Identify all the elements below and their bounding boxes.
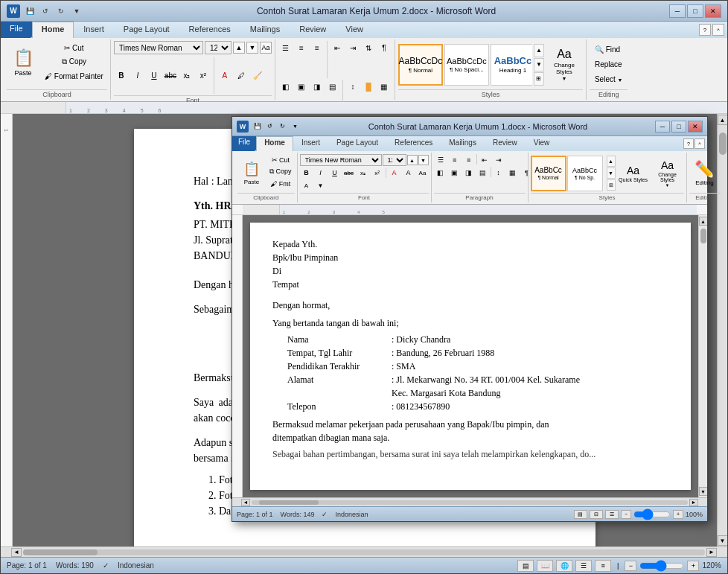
outer-italic-btn[interactable]: I: [130, 68, 145, 82]
inner-indent-dec-btn[interactable]: ⇤: [478, 154, 491, 166]
inner-copy-btn[interactable]: ⧉ Copy: [266, 166, 295, 177]
outer-change-styles-btn[interactable]: Aa Change Styles ▼: [546, 43, 583, 86]
outer-bold-btn[interactable]: B: [114, 68, 129, 82]
inner-h-scroll-left[interactable]: ◄: [241, 499, 250, 506]
inner-highlight-btn[interactable]: A: [402, 167, 415, 179]
inner-outline-btn[interactable]: ☰: [605, 510, 619, 519]
outer-h-scroll-right[interactable]: ►: [706, 548, 717, 557]
inner-h-scroll-right[interactable]: ►: [689, 499, 698, 506]
inner-qa-undo[interactable]: ↺: [264, 121, 275, 132]
inner-qa-redo[interactable]: ↻: [277, 121, 288, 132]
inner-tab-file[interactable]: File: [232, 136, 256, 151]
outer-multilevel-btn[interactable]: ≡: [310, 41, 325, 54]
inner-styles-expand[interactable]: ⊞: [607, 179, 616, 191]
outer-find-btn[interactable]: 🔍 Find: [590, 42, 625, 56]
outer-line-spacing-btn[interactable]: ↕: [345, 80, 360, 93]
inner-align-left-btn[interactable]: ◧: [434, 167, 447, 179]
inner-scroll-up-btn[interactable]: ▲: [699, 217, 708, 226]
outer-close-btn[interactable]: ✕: [705, 4, 721, 18]
inner-format-painter-btn[interactable]: 🖌 Fmt: [266, 178, 295, 189]
inner-bold-btn[interactable]: B: [300, 167, 313, 179]
inner-justify-btn[interactable]: ▤: [476, 167, 490, 179]
inner-align-right-btn[interactable]: ◨: [462, 167, 476, 179]
outer-outline-btn[interactable]: ☰: [575, 560, 592, 572]
outer-clear-format-btn[interactable]: Aa: [260, 42, 272, 54]
outer-h-scroll-left[interactable]: ◄: [11, 548, 22, 557]
inner-styles-up[interactable]: ▲: [607, 156, 616, 167]
inner-change-styles-btn[interactable]: Aa Change Styles ▼: [651, 155, 684, 192]
outer-font-select[interactable]: Times New Roman: [114, 41, 203, 54]
quick-undo-btn[interactable]: ↺: [39, 4, 52, 18]
outer-copy-btn[interactable]: ⧉ Copy: [41, 55, 107, 68]
quick-redo-btn[interactable]: ↻: [54, 4, 68, 18]
outer-scroll-up-btn[interactable]: ▲: [718, 115, 728, 125]
inner-paste-btn[interactable]: 📋 Paste: [237, 154, 266, 191]
outer-print-view-btn[interactable]: ▤: [517, 560, 534, 572]
inner-help-btn[interactable]: ?: [683, 138, 694, 149]
outer-underline-btn[interactable]: U: [147, 68, 162, 82]
inner-minimize-btn[interactable]: ─: [655, 121, 670, 133]
inner-font-size-down[interactable]: ▼: [418, 155, 429, 165]
outer-paste-btn[interactable]: 📋 Paste: [7, 41, 39, 84]
inner-style-nospacing[interactable]: AaBbCc ¶ No Sp.: [567, 156, 603, 191]
inner-v-scrollbar[interactable]: ▲ ▼: [698, 215, 707, 497]
outer-zoom-out-btn[interactable]: −: [625, 561, 636, 571]
outer-numbering-btn[interactable]: ≡: [294, 41, 309, 54]
outer-font-size-select[interactable]: 12: [205, 41, 232, 54]
outer-scroll-thumb[interactable]: [719, 133, 727, 155]
inner-font-color-btn[interactable]: A: [388, 167, 401, 179]
inner-doc-scroll[interactable]: Kepada Yth. Bpk/Ibu Pimpinan Di Tempat D…: [243, 215, 698, 497]
outer-align-right-btn[interactable]: ◨: [310, 80, 325, 93]
inner-tab-home[interactable]: Home: [256, 136, 293, 151]
outer-tab-view[interactable]: View: [336, 22, 373, 38]
inner-indent-inc-btn[interactable]: ⇥: [492, 154, 505, 166]
inner-numbering-btn[interactable]: ≡: [448, 154, 462, 166]
outer-font-size-up[interactable]: ▲: [233, 42, 245, 54]
quick-access-dropdown[interactable]: ▼: [70, 4, 83, 18]
outer-superscript-btn[interactable]: x²: [196, 68, 211, 82]
inner-line-space-btn[interactable]: ↕: [492, 167, 505, 179]
inner-editing-large-btn[interactable]: ✏️ Editing: [689, 157, 721, 188]
outer-tab-references[interactable]: References: [179, 22, 240, 38]
outer-style-nospacing[interactable]: AaBbCcDc ¶ No Spaci...: [444, 44, 489, 86]
inner-styles-down[interactable]: ▼: [607, 168, 616, 179]
outer-cut-btn[interactable]: ✂ Cut: [41, 41, 107, 54]
outer-select-btn[interactable]: Select ▼: [590, 72, 628, 86]
inner-scroll-down-btn[interactable]: ▼: [699, 487, 708, 496]
outer-tab-review[interactable]: Review: [290, 22, 336, 38]
inner-borders-btn[interactable]: ▦: [506, 167, 520, 179]
inner-tab-insert[interactable]: Insert: [293, 136, 328, 151]
outer-zoom-slider[interactable]: [639, 561, 684, 570]
outer-clear-fmt-btn[interactable]: 🧹: [250, 68, 265, 82]
inner-subscript-btn[interactable]: x₂: [357, 167, 370, 179]
outer-styles-expand[interactable]: ⊞: [534, 72, 544, 86]
outer-justify-btn[interactable]: ▤: [325, 80, 340, 93]
inner-font-select[interactable]: Times New Roman: [300, 154, 382, 166]
inner-font-extra-btn2[interactable]: ▼: [314, 179, 328, 191]
outer-web-view-btn[interactable]: 🌐: [556, 560, 572, 572]
outer-style-normal[interactable]: AaBbCcDc ¶ Normal: [398, 44, 443, 86]
outer-show-para-btn[interactable]: ¶: [377, 41, 392, 54]
outer-tab-file[interactable]: File: [1, 22, 32, 38]
outer-tab-pagelayout[interactable]: Page Layout: [114, 22, 179, 38]
outer-indent-decrease-btn[interactable]: ⇤: [330, 41, 345, 54]
inner-web-view-btn[interactable]: ⊟: [590, 510, 603, 519]
outer-borders-btn[interactable]: ▦: [377, 80, 392, 93]
outer-bullets-btn[interactable]: ☰: [278, 41, 293, 54]
inner-font-size-up[interactable]: ▲: [407, 155, 418, 165]
outer-draft-btn[interactable]: ≡: [595, 560, 611, 572]
inner-zoom-slider[interactable]: [633, 511, 671, 518]
inner-style-normal[interactable]: AaBbCc ¶ Normal: [531, 156, 566, 191]
outer-subscript-btn[interactable]: x₂: [179, 68, 194, 82]
inner-ribbon-minimize-btn[interactable]: ^: [695, 138, 705, 149]
outer-tab-mailings[interactable]: Mailings: [240, 22, 290, 38]
inner-scroll-thumb[interactable]: [700, 229, 706, 243]
inner-bullets-btn[interactable]: ☰: [434, 154, 447, 166]
outer-ribbon-help[interactable]: ?: [699, 24, 711, 36]
outer-full-reading-btn[interactable]: 📖: [537, 560, 553, 572]
outer-indent-increase-btn[interactable]: ⇥: [345, 41, 360, 54]
inner-italic-btn[interactable]: I: [314, 167, 328, 179]
inner-zoom-out-btn[interactable]: −: [621, 510, 631, 519]
outer-align-center-btn[interactable]: ▣: [294, 80, 309, 93]
inner-tab-review[interactable]: Review: [485, 136, 526, 151]
